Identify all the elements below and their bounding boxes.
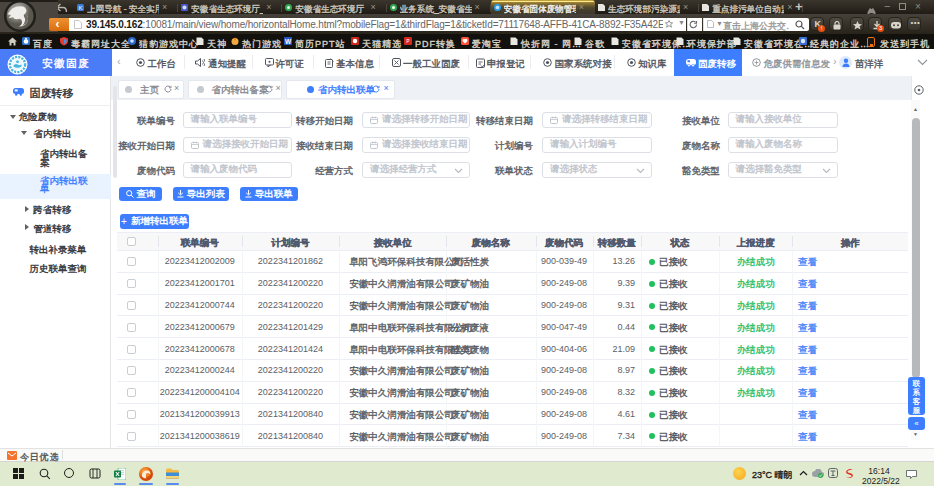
svg-text:W: W [285, 38, 292, 45]
svg-text:K: K [78, 5, 82, 11]
